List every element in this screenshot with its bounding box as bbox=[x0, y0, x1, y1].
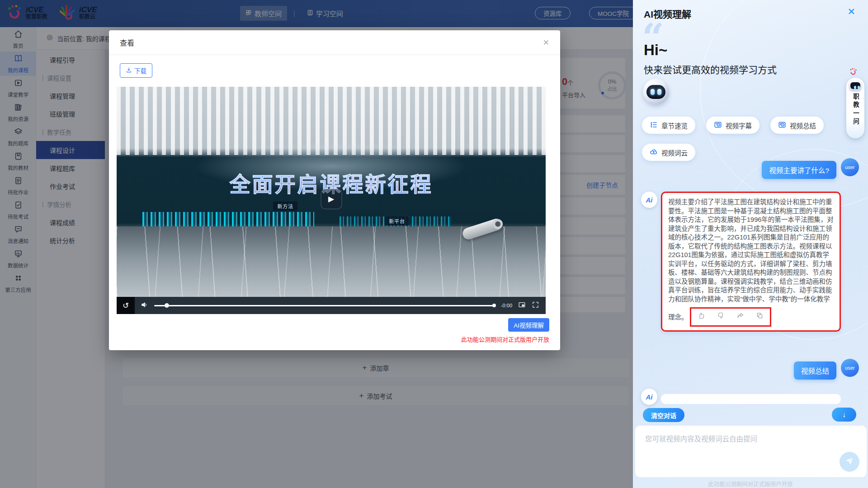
zhijiao-yiwen-widget[interactable]: 职教一问 bbox=[846, 78, 864, 138]
progress-end-dot bbox=[492, 304, 496, 307]
ai-answer-text: 视频主要介绍了平法施工图在建筑结构设计和施工中的重要性。平法施工图是一种基于混凝… bbox=[668, 198, 834, 321]
user-question-bubble: 视频主要讲了什么? bbox=[762, 161, 836, 179]
video-summary-icon bbox=[778, 121, 786, 130]
paper-plane-icon bbox=[845, 456, 854, 467]
ai-answer-bubble-partial bbox=[661, 394, 841, 404]
download-icon bbox=[126, 67, 132, 75]
view-modal: 查看 ✕ 下载 全面开启课程新征程 新方法 新平台 ▶ ↺ -0:00 bbox=[109, 30, 560, 350]
feature-buttons: 章节速览 视频字幕 视频总结 视频词云 bbox=[642, 117, 846, 161]
replay-button[interactable]: ↺ bbox=[117, 297, 135, 314]
replay-icon: ↺ bbox=[123, 301, 129, 310]
user-avatar: user bbox=[841, 359, 859, 377]
thumbs-down-icon[interactable] bbox=[717, 312, 725, 322]
word-cloud-button[interactable]: 视频词云 bbox=[642, 144, 695, 161]
pip-icon[interactable] bbox=[518, 301, 526, 310]
panel-title: AI视频理解 bbox=[644, 7, 691, 20]
user-avatar: user bbox=[841, 158, 859, 176]
widget-logo-icon bbox=[849, 68, 857, 78]
ai-video-understanding-button[interactable]: AI视频理解 bbox=[508, 318, 549, 332]
widget-label: 职教一问 bbox=[851, 93, 860, 127]
fullscreen-icon[interactable] bbox=[532, 301, 539, 310]
video-subtitle-button[interactable]: 视频字幕 bbox=[706, 117, 760, 134]
arrow-down-icon: ↓ bbox=[842, 411, 846, 419]
badge-new-platform: 新平台 bbox=[385, 216, 409, 225]
beta-notice-text: 此功能公测期间对正式版用户开放 bbox=[461, 335, 549, 343]
chapter-overview-button[interactable]: 章节速览 bbox=[642, 117, 695, 134]
modal-title: 查看 bbox=[120, 37, 134, 48]
panel-close-icon[interactable]: ✕ bbox=[847, 6, 855, 17]
ai-panel: AI视频理解 ✕ Hi~ 快来尝试更高效的视频学习方式 章节速览 视频字幕 视频… bbox=[633, 0, 868, 488]
user-question-bubble: 视频总结 bbox=[794, 361, 836, 380]
progress-handle[interactable] bbox=[165, 303, 169, 308]
ai-answer-bubble: 视频主要介绍了平法施工图在建筑结构设计和施工中的重要性。平法施工图是一种基于混凝… bbox=[661, 192, 841, 332]
clear-conversation-button[interactable]: 清空对话 bbox=[643, 408, 684, 422]
play-icon: ▶ bbox=[328, 194, 334, 204]
modal-header: 查看 ✕ bbox=[109, 30, 560, 55]
modal-close-icon[interactable]: ✕ bbox=[543, 38, 549, 47]
app-root: iCVE智慧职教 iCVE职教云 教师空间 | 学习空间 资源库 MOOC学院 … bbox=[0, 0, 868, 488]
word-cloud-icon bbox=[650, 148, 658, 157]
video-controls: ↺ -0:00 bbox=[117, 297, 546, 314]
video-summary-button[interactable]: 视频总结 bbox=[770, 117, 824, 134]
chat-input-area[interactable]: 您可就视频内容及视频词云自由提问 bbox=[635, 425, 867, 478]
video-subtitle-icon bbox=[714, 121, 722, 130]
progress-bar[interactable] bbox=[154, 305, 495, 306]
floor-decor bbox=[117, 226, 546, 297]
ai-avatar: Ai bbox=[641, 389, 657, 405]
download-button[interactable]: 下载 bbox=[120, 63, 152, 78]
greeting-text: Hi~ bbox=[644, 42, 667, 59]
chat-input-placeholder: 您可就视频内容及视频词云自由提问 bbox=[645, 433, 757, 443]
share-icon[interactable] bbox=[736, 312, 744, 322]
robot-avatar bbox=[643, 79, 669, 105]
video-player[interactable]: 全面开启课程新征程 新方法 新平台 ▶ ↺ -0:00 bbox=[117, 87, 546, 314]
greeting-subtitle: 快来尝试更高效的视频学习方式 bbox=[644, 62, 777, 76]
feedback-toolbar bbox=[690, 307, 771, 327]
chapter-list-icon bbox=[650, 121, 658, 130]
thumbs-up-icon[interactable] bbox=[698, 312, 705, 322]
volume-icon[interactable] bbox=[141, 301, 148, 310]
play-button[interactable]: ▶ bbox=[321, 189, 342, 209]
time-remaining: -0:00 bbox=[501, 303, 512, 308]
scroll-down-button[interactable]: ↓ bbox=[832, 408, 856, 422]
copy-icon[interactable] bbox=[756, 312, 764, 322]
mini-robot-icon bbox=[849, 80, 862, 91]
panel-footer-note: 此功能公测期间对正式版用户开放 bbox=[633, 479, 868, 488]
badge-new-method: 新方法 bbox=[273, 202, 297, 211]
ai-avatar: Ai bbox=[641, 192, 657, 208]
send-button[interactable] bbox=[840, 452, 859, 472]
